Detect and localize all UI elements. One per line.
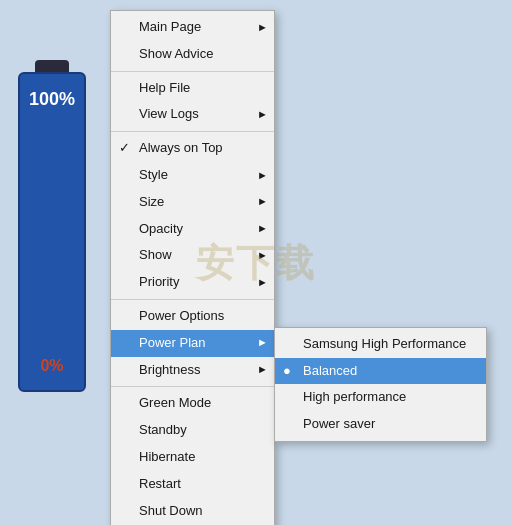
menu-item-main-page[interactable]: Main Page ► <box>111 14 274 41</box>
always-on-top-check: ✓ <box>119 138 130 159</box>
power-plan-arrow: ► <box>257 334 268 352</box>
battery-top-label: 100% <box>29 89 75 110</box>
main-page-arrow: ► <box>257 19 268 37</box>
hibernate-label: Hibernate <box>139 447 195 468</box>
menu-item-opacity[interactable]: Opacity ► <box>111 216 274 243</box>
help-file-label: Help File <box>139 78 190 99</box>
menu-item-green-mode[interactable]: Green Mode <box>111 390 274 417</box>
submenu-item-balanced[interactable]: ● Balanced <box>275 358 486 385</box>
size-arrow: ► <box>257 193 268 211</box>
power-plan-label: Power Plan <box>139 333 205 354</box>
menu-item-always-on-top[interactable]: ✓ Always on Top <box>111 135 274 162</box>
battery-bottom-label: 0% <box>40 357 63 375</box>
menu-item-shut-down[interactable]: Shut Down <box>111 498 274 525</box>
menu-item-priority[interactable]: Priority ► <box>111 269 274 296</box>
separator-3 <box>111 299 274 300</box>
opacity-arrow: ► <box>257 220 268 238</box>
view-logs-arrow: ► <box>257 106 268 124</box>
main-page-label: Main Page <box>139 17 201 38</box>
separator-1 <box>111 71 274 72</box>
priority-arrow: ► <box>257 274 268 292</box>
view-logs-label: View Logs <box>139 104 199 125</box>
menu-item-restart[interactable]: Restart <box>111 471 274 498</box>
menu-item-help-file[interactable]: Help File <box>111 75 274 102</box>
brightness-arrow: ► <box>257 361 268 379</box>
menu-item-size[interactable]: Size ► <box>111 189 274 216</box>
separator-2 <box>111 131 274 132</box>
balanced-label: Balanced <box>303 361 357 382</box>
show-arrow: ► <box>257 247 268 265</box>
battery-body: 100% 0% <box>18 72 86 392</box>
show-label: Show <box>139 245 172 266</box>
battery-cap <box>35 60 69 72</box>
samsung-label: Samsung High Performance <box>303 334 466 355</box>
always-on-top-label: Always on Top <box>139 138 223 159</box>
menu-item-power-options[interactable]: Power Options <box>111 303 274 330</box>
green-mode-label: Green Mode <box>139 393 211 414</box>
battery: 100% 0% <box>18 60 86 392</box>
style-arrow: ► <box>257 167 268 185</box>
menu-item-standby[interactable]: Standby <box>111 417 274 444</box>
power-saver-label: Power saver <box>303 414 375 435</box>
menu-item-hibernate[interactable]: Hibernate <box>111 444 274 471</box>
show-advice-label: Show Advice <box>139 44 213 65</box>
menu-item-power-plan[interactable]: Power Plan ► Samsung High Performance ● … <box>111 330 274 357</box>
context-menu: Main Page ► Show Advice Help File View L… <box>110 10 275 525</box>
restart-label: Restart <box>139 474 181 495</box>
separator-4 <box>111 386 274 387</box>
style-label: Style <box>139 165 168 186</box>
menu-item-view-logs[interactable]: View Logs ► <box>111 101 274 128</box>
standby-label: Standby <box>139 420 187 441</box>
balanced-bullet: ● <box>283 361 291 382</box>
submenu-item-power-saver[interactable]: Power saver <box>275 411 486 438</box>
priority-label: Priority <box>139 272 179 293</box>
menu-item-style[interactable]: Style ► <box>111 162 274 189</box>
opacity-label: Opacity <box>139 219 183 240</box>
submenu-item-high-performance[interactable]: High performance <box>275 384 486 411</box>
submenu-item-samsung[interactable]: Samsung High Performance <box>275 331 486 358</box>
power-options-label: Power Options <box>139 306 224 327</box>
brightness-label: Brightness <box>139 360 200 381</box>
menu-item-show[interactable]: Show ► <box>111 242 274 269</box>
high-performance-label: High performance <box>303 387 406 408</box>
shut-down-label: Shut Down <box>139 501 203 522</box>
size-label: Size <box>139 192 164 213</box>
menu-item-show-advice[interactable]: Show Advice <box>111 41 274 68</box>
menu-item-brightness[interactable]: Brightness ► <box>111 357 274 384</box>
power-plan-submenu: Samsung High Performance ● Balanced High… <box>274 327 487 442</box>
